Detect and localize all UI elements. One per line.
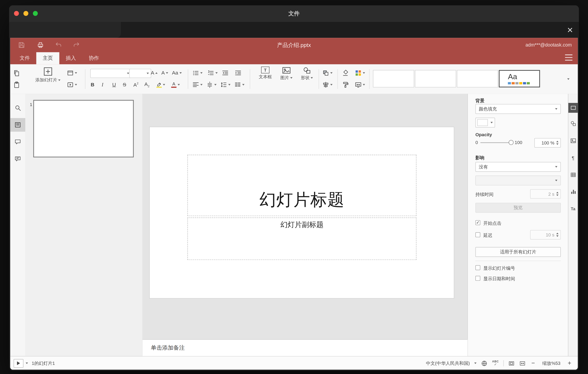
slide-canvas[interactable]: 幻灯片标题 幻灯片副标题 [143, 94, 468, 339]
table-settings-icon[interactable] [568, 170, 578, 180]
preview-options-chevron-icon[interactable] [26, 362, 28, 364]
tab-file[interactable]: 文件 [13, 52, 36, 64]
textart-settings-icon[interactable]: Ta [568, 204, 578, 214]
superscript-button[interactable]: A2 [133, 80, 138, 89]
horizontal-align-button[interactable] [192, 80, 203, 89]
fill-type-dropdown[interactable]: 颜色填充 [475, 104, 561, 114]
right-icon-strip: ¶ Ta [568, 94, 578, 356]
apply-to-all-slides-button[interactable]: 适用于所有幻灯片 [475, 247, 561, 257]
superscript-digit: 2 [137, 82, 138, 85]
language-selector[interactable]: 中文(中华人民共和国) [426, 360, 470, 366]
strikethrough-button[interactable]: S [123, 80, 126, 89]
slide-settings-icon[interactable] [568, 103, 578, 113]
comments-icon[interactable] [10, 135, 25, 149]
print-icon[interactable] [36, 41, 45, 50]
start-slideshow-button[interactable] [67, 80, 77, 89]
vertical-align-button[interactable] [206, 80, 217, 89]
slide-size-button[interactable] [355, 80, 365, 89]
copy-style-button[interactable] [342, 80, 349, 89]
numbered-list-button[interactable] [208, 69, 218, 77]
effect-dropdown[interactable]: 没有 [475, 162, 561, 172]
opacity-slider-knob[interactable] [509, 140, 514, 145]
slide-layout-button[interactable] [67, 69, 77, 77]
theme-option-selected[interactable]: Aa [499, 70, 540, 88]
increase-indent-button[interactable] [235, 69, 241, 77]
decrease-indent-button[interactable] [222, 69, 229, 77]
font-size-combo[interactable] [129, 69, 151, 78]
spellcheck-icon[interactable]: ABC ✓ [492, 360, 499, 366]
chat-icon[interactable] [10, 152, 25, 166]
paste-button[interactable] [13, 80, 20, 89]
tab-insert[interactable]: 插入 [59, 52, 83, 64]
set-language-icon[interactable] [481, 360, 488, 366]
decrease-font-button[interactable]: A [161, 69, 168, 77]
insert-textbox-button[interactable]: T 文本框 [255, 67, 275, 80]
zoom-out-button[interactable]: − [530, 360, 536, 366]
italic-button[interactable]: I [102, 80, 104, 89]
subscript-digit: 2 [148, 85, 149, 88]
clear-style-button[interactable] [342, 69, 349, 77]
add-slide-icon [43, 67, 53, 77]
columns-button[interactable] [234, 80, 245, 89]
spellcheck-checkmark: ✓ [494, 363, 497, 366]
close-icon[interactable]: × [567, 23, 573, 37]
user-account-label: adm***@dootask.com [525, 38, 572, 52]
zoom-in-button[interactable]: + [567, 360, 573, 366]
subscript-button[interactable]: A2 [144, 80, 149, 89]
opacity-input[interactable]: 100 % [534, 138, 561, 147]
shape-settings-icon[interactable] [568, 119, 578, 129]
copy-button[interactable] [13, 69, 20, 77]
fit-to-slide-icon[interactable] [508, 360, 515, 366]
show-date-time-checkbox[interactable] [475, 276, 480, 281]
add-slide-button[interactable]: 添加幻灯片 [31, 67, 65, 83]
theme-option-1[interactable] [373, 70, 414, 88]
paragraph-settings-icon[interactable]: ¶ [568, 153, 578, 163]
underline-button[interactable]: U [112, 80, 116, 89]
opacity-slider-track[interactable] [480, 142, 513, 143]
font-name-combo[interactable] [90, 69, 131, 78]
language-chevron-icon[interactable] [474, 362, 476, 364]
image-settings-icon[interactable] [568, 136, 578, 146]
start-preview-button[interactable] [14, 359, 23, 367]
show-slide-number-label: 显示幻灯片编号 [483, 265, 515, 272]
color-scheme-button[interactable] [355, 69, 365, 77]
change-case-button[interactable]: Aa [172, 69, 182, 77]
show-slide-number-checkbox[interactable] [475, 265, 480, 270]
highlight-color-button[interactable] [156, 80, 165, 89]
insert-shape-button[interactable]: 形状 [297, 67, 317, 81]
line-spacing-button[interactable] [220, 80, 231, 89]
undo-icon[interactable] [54, 41, 63, 50]
align-shapes-button[interactable] [322, 80, 333, 89]
theme-option-3[interactable] [457, 70, 498, 88]
app-backdrop: × [9, 22, 579, 38]
title-placeholder[interactable]: 幻灯片标题 [188, 155, 416, 216]
tab-collaboration[interactable]: 协作 [83, 52, 105, 64]
fit-to-width-icon[interactable] [519, 360, 526, 366]
save-icon[interactable] [17, 41, 26, 50]
add-slide-label: 添加幻灯片 [35, 77, 57, 83]
start-on-click-checkbox[interactable]: ✓ [475, 220, 480, 225]
tab-home[interactable]: 主页 [36, 52, 59, 64]
slide[interactable]: 幻灯片标题 幻灯片副标题 [149, 127, 454, 299]
slides-panel-icon[interactable] [10, 118, 25, 132]
fill-color-dropdown[interactable] [475, 118, 495, 128]
slide-thumbnail[interactable] [33, 100, 134, 157]
insert-image-button[interactable]: 图片 [276, 67, 296, 81]
delay-checkbox[interactable] [475, 232, 480, 237]
subtitle-placeholder[interactable]: 幻灯片副标题 [188, 218, 416, 260]
bullet-list-button[interactable] [192, 69, 203, 77]
redo-icon[interactable] [72, 41, 81, 50]
bold-button[interactable]: B [91, 80, 94, 89]
theme-gallery-expand-button[interactable] [567, 75, 569, 83]
apply-to-all-label: 适用于所有幻灯片 [500, 249, 536, 255]
arrange-shapes-button[interactable] [322, 69, 333, 77]
notes-area[interactable]: 单击添加备注 [143, 339, 468, 356]
search-icon[interactable] [10, 101, 25, 115]
opacity-spinner[interactable] [556, 138, 559, 147]
chart-settings-icon[interactable] [568, 187, 578, 197]
increase-font-button[interactable]: A [151, 69, 158, 77]
theme-option-2[interactable] [415, 70, 456, 88]
font-color-button[interactable]: A [171, 80, 180, 89]
highlight-color-bar [156, 87, 161, 88]
menu-icon[interactable] [565, 55, 573, 61]
